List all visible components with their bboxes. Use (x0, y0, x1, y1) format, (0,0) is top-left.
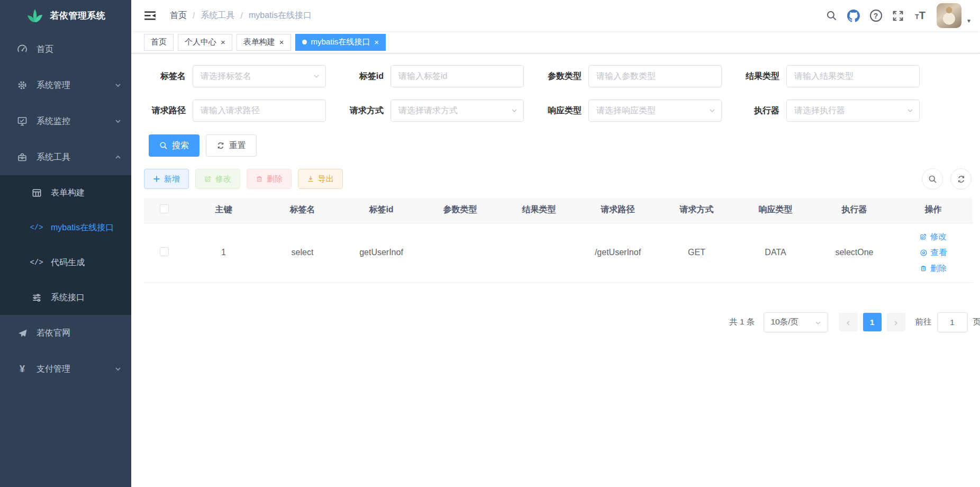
gear-icon (16, 80, 29, 91)
fullscreen-icon[interactable] (887, 3, 909, 29)
breadcrumb-separator: / (193, 11, 195, 21)
next-page-button[interactable]: › (887, 313, 905, 331)
field-label: 标签id (342, 71, 391, 82)
toggle-search-button[interactable] (922, 168, 943, 190)
sidebar-item-official-site[interactable]: 若依官网 (0, 315, 131, 351)
close-icon[interactable]: × (221, 38, 225, 46)
response-type-select[interactable] (588, 100, 722, 122)
sidebar-item-code-gen[interactable]: </> 代码生成 (0, 245, 131, 280)
field-request-path: 请求路径 (144, 100, 326, 122)
refresh-table-button[interactable] (950, 168, 972, 190)
sidebar-item-mybatis-api[interactable]: </> mybatis在线接口 (0, 210, 131, 245)
edit-button[interactable]: 修改 (195, 169, 240, 189)
field-result-type: 结果类型 (738, 65, 920, 87)
sidebar-item-label: 系统监控 (37, 116, 70, 127)
code-icon: </> (30, 223, 43, 232)
row-delete-link[interactable]: 删除 (894, 260, 973, 276)
page-size-select[interactable]: 10条/页 (764, 312, 828, 332)
app-logo[interactable]: 若依管理系统 (0, 0, 131, 31)
field-tag-id: 标签id (342, 65, 524, 87)
collapse-sidebar-icon[interactable] (144, 10, 156, 22)
cell-response-type: DATA (736, 223, 815, 282)
breadcrumb-system-tool[interactable]: 系统工具 (201, 10, 234, 21)
select-all-checkbox[interactable] (160, 204, 169, 213)
close-icon[interactable]: × (374, 38, 379, 46)
toolbar-right (922, 168, 972, 190)
paper-plane-icon (16, 328, 29, 338)
goto-page-input[interactable] (937, 312, 968, 332)
chevron-down-icon (114, 365, 122, 373)
tag-id-input[interactable] (391, 65, 524, 87)
close-icon[interactable]: × (279, 38, 284, 46)
question-mark-icon: ? (870, 10, 882, 22)
breadcrumb-separator: / (240, 11, 242, 21)
sidebar-item-label: 支付管理 (37, 364, 70, 375)
delete-button[interactable]: 删除 (247, 169, 292, 189)
cell-tag-id: getUserInof (342, 223, 421, 282)
sidebar-item-pay-manage[interactable]: ¥ 支付管理 (0, 351, 131, 387)
add-button[interactable]: 新增 (144, 169, 189, 189)
trash-icon (256, 175, 263, 183)
request-path-input[interactable] (193, 100, 326, 122)
result-type-input[interactable] (786, 65, 920, 87)
edit-icon (920, 233, 927, 240)
edit-icon (204, 175, 212, 183)
data-table: 主键 标签名 标签id 参数类型 结果类型 请求路径 请求方式 响应类型 执行器… (144, 197, 973, 283)
search-button[interactable]: 搜索 (149, 134, 199, 157)
cell-result-type (500, 223, 578, 282)
table-grid-icon (30, 188, 43, 198)
github-icon[interactable] (842, 3, 865, 29)
prev-page-button[interactable]: ‹ (839, 313, 858, 331)
executor-select[interactable] (786, 100, 920, 122)
help-doc-icon[interactable]: ? (865, 3, 887, 29)
current-page-button[interactable]: 1 (863, 313, 882, 331)
cell-param-type (421, 223, 500, 282)
reset-button[interactable]: 重置 (206, 134, 257, 157)
table-row: 1 select getUserInof /getUserInof GET DA… (144, 223, 973, 282)
code-icon: </> (30, 258, 43, 267)
sidebar-item-label: 系统接口 (51, 292, 85, 303)
row-view-link[interactable]: 查看 (894, 245, 973, 260)
tab-home[interactable]: 首页 (144, 34, 174, 51)
field-param-type: 参数类型 (540, 65, 722, 87)
row-edit-link[interactable]: 修改 (894, 229, 973, 245)
pagination: 共 1 条 10条/页 ‹ 1 › 前往 页 (144, 312, 980, 332)
request-method-select[interactable] (391, 100, 524, 122)
tag-name-select[interactable] (193, 65, 326, 87)
sidebar-item-system-api[interactable]: 系统接口 (0, 280, 131, 315)
toolbox-icon (16, 152, 29, 163)
sidebar-item-system-monitor[interactable]: 系统监控 (0, 103, 131, 139)
active-dot (302, 40, 307, 44)
field-label: 请求路径 (144, 105, 193, 116)
column-header: 执行器 (815, 197, 894, 223)
avatar[interactable] (937, 3, 961, 28)
column-header: 请求方式 (657, 197, 736, 223)
column-header: 参数类型 (421, 197, 500, 223)
sidebar-submenu-system-tool: 表单构建 </> mybatis在线接口 </> 代码生成 (0, 175, 131, 315)
export-button[interactable]: 导出 (298, 169, 343, 189)
cell-primary-key: 1 (184, 223, 263, 282)
tab-form-build[interactable]: 表单构建 × (237, 34, 291, 51)
sidebar-item-system-tool[interactable]: 系统工具 (0, 139, 131, 175)
monitor-icon (16, 116, 29, 127)
goto-label: 前往 (915, 317, 932, 328)
header-search-icon[interactable] (820, 3, 842, 29)
breadcrumb-home[interactable]: 首页 (170, 10, 187, 21)
tab-profile[interactable]: 个人中心 × (178, 34, 232, 51)
refresh-icon (957, 175, 966, 184)
dashboard-icon (16, 44, 29, 55)
sidebar-item-label: 系统工具 (37, 152, 70, 163)
column-header: 标签名 (263, 197, 342, 223)
trash-icon (920, 265, 927, 272)
chevron-up-icon (114, 154, 122, 161)
sidebar-item-home[interactable]: 首页 (0, 31, 131, 67)
sidebar-item-system-manage[interactable]: 系统管理 (0, 67, 131, 103)
param-type-input[interactable] (588, 65, 722, 87)
column-header: 结果类型 (500, 197, 578, 223)
sidebar-item-form-build[interactable]: 表单构建 (0, 175, 131, 210)
user-menu[interactable]: ▼ (937, 3, 972, 28)
row-checkbox[interactable] (160, 247, 169, 256)
tab-mybatis-api[interactable]: mybatis在线接口 × (295, 34, 386, 51)
font-size-icon[interactable]: TT (909, 3, 931, 29)
sidebar-item-label: mybatis在线接口 (51, 222, 114, 233)
